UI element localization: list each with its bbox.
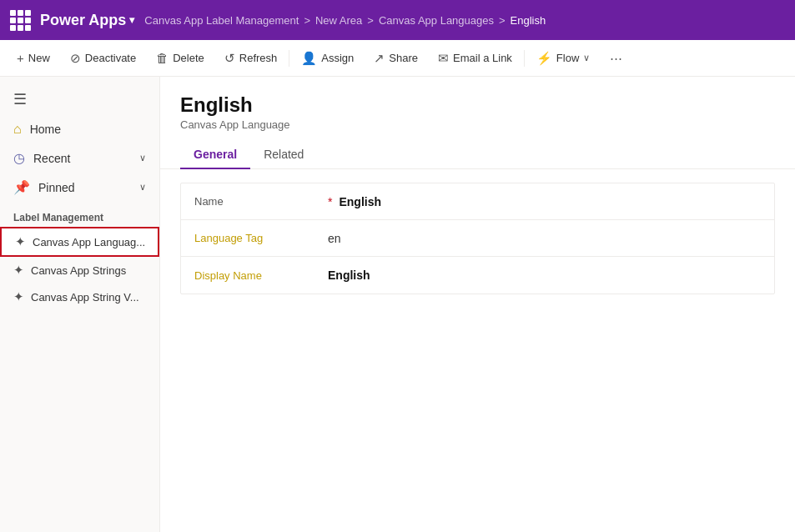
sidebar-item-recent[interactable]: ◷ Recent ∨ xyxy=(0,143,159,173)
pinned-chevron-icon: ∨ xyxy=(139,182,146,193)
breadcrumb-management[interactable]: Canvas App Label Management xyxy=(144,14,299,27)
cmd-separator-1 xyxy=(289,50,289,67)
cmd-separator-2 xyxy=(524,50,525,67)
deactivate-button[interactable]: ⊘ Deactivate xyxy=(60,40,146,77)
field-name-label: Name xyxy=(194,195,328,208)
email-link-button[interactable]: ✉ Email a Link xyxy=(428,40,522,77)
assign-icon: 👤 xyxy=(301,51,317,66)
share-button[interactable]: ↗ Share xyxy=(364,40,428,77)
app-name-label: Power Apps xyxy=(40,12,126,29)
deactivate-icon: ⊘ xyxy=(70,51,81,66)
refresh-button[interactable]: ↺ Refresh xyxy=(214,40,288,77)
canvas-app-string-v-label: Canvas App String V... xyxy=(31,291,139,304)
sidebar-item-canvas-app-strings[interactable]: ✦ Canvas App Strings xyxy=(0,257,159,284)
app-name[interactable]: Power Apps ▾ xyxy=(40,12,134,29)
sidebar-recent-label: Recent xyxy=(33,152,70,165)
flow-label: Flow xyxy=(556,52,579,64)
breadcrumb-section[interactable]: Canvas App Languages xyxy=(379,14,494,27)
form-row-name: Name * English xyxy=(181,183,774,220)
form-row-language-tag: Language Tag en xyxy=(181,220,774,257)
record-title: English xyxy=(180,93,775,117)
field-language-tag-value[interactable]: en xyxy=(328,232,341,245)
record-header: English Canvas App Language xyxy=(160,77,795,131)
canvas-app-language-label: Canvas App Languag... xyxy=(33,236,145,248)
breadcrumb-current: English xyxy=(511,14,546,27)
sidebar-toggle-button[interactable]: ☰ xyxy=(0,83,159,115)
waffle-menu[interactable] xyxy=(10,10,30,30)
assign-button[interactable]: 👤 Assign xyxy=(291,40,364,77)
form-section-general: Name * English Language Tag en Display N… xyxy=(180,183,775,294)
delete-icon: 🗑 xyxy=(156,51,169,65)
flow-icon: ⚡ xyxy=(536,51,552,66)
canvas-app-language-icon: ✦ xyxy=(15,234,26,249)
canvas-app-string-v-icon: ✦ xyxy=(13,289,24,304)
breadcrumb-sep2: > xyxy=(367,14,374,27)
canvas-app-strings-label: Canvas App Strings xyxy=(31,264,126,277)
tab-related[interactable]: Related xyxy=(250,141,317,169)
recent-icon: ◷ xyxy=(13,150,25,166)
flow-chevron-icon: ∨ xyxy=(583,53,590,63)
new-button[interactable]: + New xyxy=(7,40,60,77)
more-commands-button[interactable]: ⋯ xyxy=(600,40,632,77)
content-area: English Canvas App Language General Rela… xyxy=(160,77,795,532)
sidebar-item-canvas-app-language[interactable]: ✦ Canvas App Languag... xyxy=(0,227,159,257)
sidebar-home-label: Home xyxy=(30,123,61,136)
share-icon: ↗ xyxy=(374,51,385,66)
record-subtitle: Canvas App Language xyxy=(180,118,775,131)
top-bar: Power Apps ▾ Canvas App Label Management… xyxy=(0,0,795,40)
sidebar-section-label: Label Management xyxy=(0,202,159,227)
breadcrumb-sep3: > xyxy=(499,14,506,27)
recent-chevron-icon: ∨ xyxy=(139,153,146,163)
main-layout: ☰ ⌂ Home ◷ Recent ∨ 📌 Pinned ∨ Label Man… xyxy=(0,77,795,532)
field-name-required-indicator: * xyxy=(328,195,332,208)
more-icon: ⋯ xyxy=(610,51,622,66)
email-icon: ✉ xyxy=(438,51,449,66)
sidebar-item-pinned[interactable]: 📌 Pinned ∨ xyxy=(0,173,159,202)
sidebar-item-home[interactable]: ⌂ Home xyxy=(0,115,159,143)
breadcrumb-sep1: > xyxy=(304,14,310,27)
sidebar: ☰ ⌂ Home ◷ Recent ∨ 📌 Pinned ∨ Label Man… xyxy=(0,77,160,532)
flow-button[interactable]: ⚡ Flow ∨ xyxy=(526,40,600,77)
record-tabs: General Related xyxy=(160,131,795,169)
share-label: Share xyxy=(389,52,418,64)
sidebar-pinned-label: Pinned xyxy=(38,181,75,194)
sidebar-item-canvas-app-string-v[interactable]: ✦ Canvas App String V... xyxy=(0,284,159,310)
refresh-icon: ↺ xyxy=(224,51,235,66)
assign-label: Assign xyxy=(321,52,354,64)
app-name-chevron-icon: ▾ xyxy=(129,14,134,26)
field-name-value[interactable]: English xyxy=(339,195,381,208)
refresh-label: Refresh xyxy=(239,52,278,64)
tab-general[interactable]: General xyxy=(180,141,250,169)
email-link-label: Email a Link xyxy=(453,52,512,64)
form-row-display-name: Display Name English xyxy=(181,257,774,294)
command-bar: + New ⊘ Deactivate 🗑 Delete ↺ Refresh 👤 … xyxy=(0,40,795,77)
new-icon: + xyxy=(17,51,24,65)
field-display-name-label: Display Name xyxy=(194,269,328,282)
delete-label: Delete xyxy=(173,52,204,64)
field-language-tag-label: Language Tag xyxy=(194,232,328,244)
breadcrumb-area[interactable]: New Area xyxy=(315,14,362,27)
deactivate-label: Deactivate xyxy=(85,52,136,64)
delete-button[interactable]: 🗑 Delete xyxy=(146,40,214,77)
pinned-icon: 📌 xyxy=(13,179,30,195)
field-display-name-value[interactable]: English xyxy=(328,269,370,282)
record-form: Name * English Language Tag en Display N… xyxy=(160,169,795,308)
home-icon: ⌂ xyxy=(13,122,22,137)
breadcrumb: Canvas App Label Management > New Area >… xyxy=(144,14,546,27)
new-label: New xyxy=(28,52,50,64)
canvas-app-strings-icon: ✦ xyxy=(13,263,24,278)
